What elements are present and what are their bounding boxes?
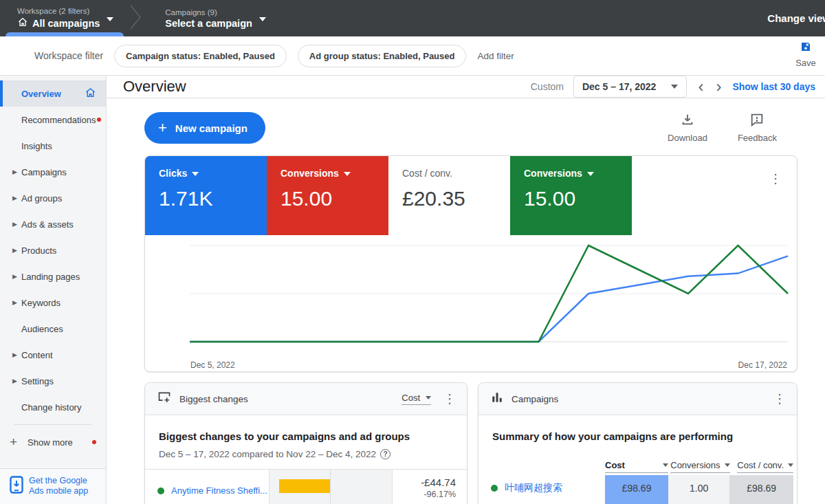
- show-last-30-days-link[interactable]: Show last 30 days: [732, 81, 815, 92]
- column-header-cost[interactable]: Cost: [605, 460, 668, 473]
- show-more-button[interactable]: + Show more: [0, 429, 106, 455]
- home-icon: [85, 87, 96, 100]
- workspace-eyebrow: Workspace (2 filters): [17, 7, 100, 15]
- show-more-label: Show more: [28, 437, 73, 448]
- date-range-picker[interactable]: Dec 5 – 17, 2022: [573, 76, 687, 98]
- help-icon[interactable]: ?: [380, 449, 390, 459]
- campaign-link[interactable]: 叶哺网超搜索: [505, 482, 562, 494]
- workspace-switcher[interactable]: Workspace (2 filters) All campaigns: [0, 0, 123, 36]
- next-period-button[interactable]: ›: [714, 78, 723, 95]
- sidebar-item-overview[interactable]: Overview: [0, 80, 106, 107]
- x-axis-end-label: Dec 17, 2022: [738, 360, 787, 370]
- sidebar-item-campaigns[interactable]: ▶Campaigns: [0, 159, 106, 185]
- sidebar-item-label: Content: [21, 350, 53, 360]
- plus-icon: +: [10, 435, 17, 450]
- x-axis-start-label: Dec 5, 2022: [190, 360, 235, 370]
- sidebar-item-audiences[interactable]: Audiences: [0, 316, 106, 342]
- chevron-down-icon: [107, 17, 113, 21]
- get-mobile-app-link[interactable]: Get the Google Ads mobile app: [0, 468, 106, 504]
- expand-arrow-icon: ▶: [12, 299, 17, 306]
- sidebar-item-content[interactable]: ▶Content: [0, 342, 106, 368]
- feedback-button[interactable]: Feedback: [738, 112, 777, 143]
- sidebar-nav: Overview Recommendations Insights ▶Campa…: [0, 76, 107, 504]
- new-campaign-label: New campaign: [175, 122, 248, 134]
- overview-card-menu-button[interactable]: ⋮: [769, 173, 782, 185]
- sidebar-item-landing-pages[interactable]: ▶Landing pages: [0, 263, 106, 289]
- sidebar-divider: [14, 424, 92, 425]
- chevron-down-icon: [671, 85, 678, 89]
- workspace-title: All campaigns: [32, 18, 100, 29]
- chevron-down-icon: [725, 463, 730, 467]
- card-heading: Biggest changes to your campaigns and ad…: [145, 426, 467, 442]
- date-range-value: Dec 5 – 17, 2022: [582, 81, 656, 92]
- page-header: Overview Custom Dec 5 – 17, 2022 ‹ › Sho…: [107, 76, 825, 98]
- sidebar-item-insights[interactable]: Insights: [0, 133, 106, 159]
- biggest-changes-icon: [157, 391, 171, 407]
- sidebar-item-label: Campaigns: [21, 167, 67, 177]
- campaign-select-label: Select a campaign: [165, 18, 252, 29]
- cost-cell: £98.69: [605, 475, 668, 504]
- column-header-cost-per-conv[interactable]: Cost / conv.: [737, 460, 793, 473]
- sidebar-item-products[interactable]: ▶Products: [0, 237, 106, 263]
- breadcrumb-separator-icon: [129, 3, 142, 34]
- feedback-label: Feedback: [738, 133, 777, 143]
- expand-arrow-icon: ▶: [12, 351, 17, 358]
- table-row: 叶哺网超搜索 £98.69 1.00 £98.69: [478, 475, 797, 504]
- sidebar-item-label: Ads & assets: [21, 219, 74, 230]
- chevron-down-icon: [344, 172, 351, 176]
- change-view-button[interactable]: Change view: [767, 12, 825, 24]
- campaigns-card-menu-button[interactable]: ⋮: [773, 393, 786, 405]
- sidebar-item-keywords[interactable]: ▶Keywords: [0, 289, 106, 316]
- filter-chip-adgroup-status[interactable]: Ad group status: Enabled, Paused: [298, 45, 467, 67]
- trend-chart-svg: [145, 235, 797, 359]
- bar-chart-icon: [491, 391, 503, 406]
- sidebar-item-ad-groups[interactable]: ▶Ad groups: [0, 185, 106, 211]
- campaigns-eyebrow: Campaigns (9): [165, 8, 252, 17]
- filter-chip-campaign-status[interactable]: Campaign status: Enabled, Paused: [114, 45, 287, 67]
- download-button[interactable]: Download: [668, 112, 707, 143]
- sidebar-item-ads-assets[interactable]: ▶Ads & assets: [0, 211, 106, 237]
- conversions-cell: 1.00: [668, 475, 730, 504]
- scorecard-value: 15.00: [280, 187, 388, 210]
- add-filter-button[interactable]: Add filter: [477, 51, 514, 61]
- scorecard-cost-per-conv[interactable]: Cost / conv. £20.35: [388, 156, 510, 235]
- expand-arrow-icon: ▶: [12, 377, 17, 384]
- status-dot: [157, 487, 164, 494]
- workspace-filter-label: Workspace filter: [34, 50, 103, 61]
- chevron-down-icon: [788, 463, 793, 467]
- previous-period-button[interactable]: ‹: [696, 78, 705, 95]
- campaign-switcher[interactable]: Campaigns (9) Select a campaign: [148, 0, 276, 36]
- column-header-conversions[interactable]: Conversions: [670, 460, 729, 473]
- download-label: Download: [668, 133, 707, 143]
- change-value: -£44.74: [393, 476, 456, 488]
- card-title: Biggest changes: [179, 394, 248, 404]
- sidebar-item-label: Overview: [21, 89, 61, 99]
- feedback-icon: [749, 112, 764, 130]
- notification-dot: [97, 118, 101, 122]
- plus-icon: +: [158, 119, 167, 137]
- biggest-changes-menu-button[interactable]: ⋮: [443, 393, 456, 405]
- scorecard-value: 15.00: [524, 187, 632, 210]
- sidebar-item-label: Landing pages: [21, 272, 80, 282]
- sidebar-item-change-history[interactable]: Change history: [0, 394, 106, 420]
- scorecard-conversions-2[interactable]: Conversions 15.00: [510, 156, 632, 235]
- sidebar-item-recommendations[interactable]: Recommendations: [0, 107, 106, 133]
- status-dot: [491, 485, 498, 492]
- save-icon: [800, 41, 812, 56]
- trend-chart: Dec 5, 2022 Dec 17, 2022: [145, 235, 797, 370]
- biggest-changes-card: Biggest changes Cost ⋮ Biggest changes t…: [144, 382, 468, 504]
- campaign-link[interactable]: Anytime Fitness Sheffi...: [171, 485, 267, 496]
- save-label: Save: [795, 58, 816, 68]
- sidebar-item-label: Recommendations: [21, 115, 96, 125]
- scorecard-conversions[interactable]: Conversions 15.00: [267, 156, 388, 235]
- new-campaign-button[interactable]: + New campaign: [144, 112, 265, 144]
- scorecard-label: Cost / conv.: [402, 168, 452, 179]
- sidebar-item-settings[interactable]: ▶Settings: [0, 368, 106, 394]
- expand-arrow-icon: ▶: [12, 221, 17, 228]
- change-percent: -96.17%: [393, 490, 456, 499]
- scorecard-clicks[interactable]: Clicks 1.71K: [145, 156, 267, 235]
- table-row: Anytime Fitness Sheffi... -£44.74 -96.17…: [145, 469, 467, 504]
- metric-dropdown[interactable]: Cost: [402, 393, 431, 405]
- chevron-down-icon: [587, 172, 594, 176]
- save-button[interactable]: Save: [792, 41, 820, 68]
